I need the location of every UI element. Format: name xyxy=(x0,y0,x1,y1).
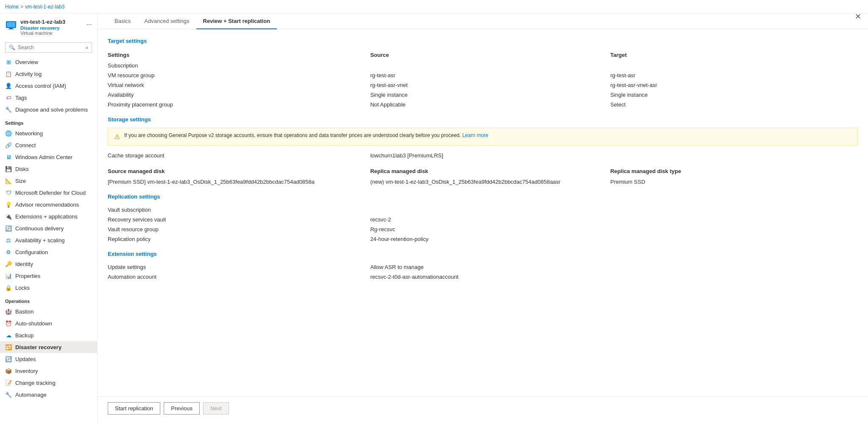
bastion-icon: 🏰 xyxy=(5,308,12,315)
sidebar-label-disks: Disks xyxy=(15,166,29,172)
updates-icon: 🔃 xyxy=(5,356,12,362)
warning-box: ⚠ If you are choosing General Purpose v2… xyxy=(108,128,858,146)
sidebar-label-identity: Identity xyxy=(15,261,33,267)
sidebar-item-size[interactable]: 📐 Size xyxy=(0,175,97,187)
sidebar-item-connect[interactable]: 🔗 Connect xyxy=(0,139,97,151)
cache-storage-value: lowchurn1lab3 [PremiumLRS] xyxy=(370,151,610,160)
learn-more-link[interactable]: Learn more xyxy=(462,132,488,138)
advisor-icon: 💡 xyxy=(5,201,12,208)
source-ppg: Not Applicable xyxy=(370,100,610,109)
iam-icon: 👤 xyxy=(5,82,12,89)
sidebar-item-backup[interactable]: ☁ Backup xyxy=(0,329,97,341)
sidebar-item-advisor[interactable]: 💡 Advisor recommendations xyxy=(0,199,97,210)
col-header-settings: Settings xyxy=(108,49,370,61)
target-subscription xyxy=(610,61,858,70)
update-settings-value: Allow ASR to manage xyxy=(370,262,858,272)
more-options-button[interactable]: ··· xyxy=(87,21,92,28)
sidebar-item-locks[interactable]: 🔒 Locks xyxy=(0,282,97,294)
source-subscription xyxy=(370,61,610,70)
tab-basics[interactable]: Basics xyxy=(108,14,137,29)
sidebar-label-disaster: Disaster recovery xyxy=(15,344,61,350)
vm-name: vm-test-1-ez-lab3 xyxy=(20,19,65,25)
update-settings-label: Update settings xyxy=(108,262,370,272)
previous-button[interactable]: Previous xyxy=(164,402,200,415)
sidebar-item-disks[interactable]: 💾 Disks xyxy=(0,163,97,175)
locks-icon: 🔒 xyxy=(5,284,12,291)
sidebar-item-defender[interactable]: 🛡 Microsoft Defender for Cloud xyxy=(0,187,97,199)
tab-advanced-settings[interactable]: Advanced settings xyxy=(137,14,196,29)
availability-icon: ⚖ xyxy=(5,237,12,244)
setting-subscription: Subscription xyxy=(108,61,370,70)
tabs-bar: Basics Advanced settings Review + Start … xyxy=(98,14,868,29)
sidebar-item-tags[interactable]: 🏷 Tags xyxy=(0,92,97,104)
sidebar-label-autoshutdown: Auto-shutdown xyxy=(15,320,52,327)
section-operations-label: Operations xyxy=(0,294,97,305)
sidebar-item-cd[interactable]: 🔄 Continuous delivery xyxy=(0,222,97,234)
breadcrumb-bar: Home > vm-test-1-ez-lab3 xyxy=(0,0,868,14)
sidebar-item-properties[interactable]: 📊 Properties xyxy=(0,270,97,282)
source-vnet: rg-test-asr-vnet xyxy=(370,80,610,90)
sidebar-item-change-tracking[interactable]: 📝 Change tracking xyxy=(0,377,97,389)
autoshutdown-icon: ⏰ xyxy=(5,320,12,327)
sidebar-label-iam: Access control (IAM) xyxy=(15,83,66,89)
sidebar-label-activity: Activity log xyxy=(15,71,42,77)
sidebar-item-bastion[interactable]: 🏰 Bastion xyxy=(0,305,97,317)
sidebar-item-disaster-recovery[interactable]: 🔁 Disaster recovery xyxy=(0,341,97,353)
sidebar-item-automanage[interactable]: 🔧 Automanage xyxy=(0,389,97,401)
sidebar-label-locks: Locks xyxy=(15,285,30,291)
overview-icon: ⊞ xyxy=(5,59,12,65)
table-row: Availability Single instance Single inst… xyxy=(108,90,858,100)
cache-storage-table: Cache storage account lowchurn1lab3 [Pre… xyxy=(108,151,858,160)
extension-table: Update settings Allow ASR to manage Auto… xyxy=(108,262,858,282)
setting-availability: Availability xyxy=(108,90,370,100)
search-box: 🔍 « xyxy=(5,42,92,53)
sidebar-item-networking[interactable]: 🌐 Networking xyxy=(0,127,97,139)
sidebar-item-inventory[interactable]: 📦 Inventory xyxy=(0,365,97,377)
sidebar-item-identity[interactable]: 🔑 Identity xyxy=(0,258,97,270)
col-header-source: Source xyxy=(370,49,610,61)
sidebar-label-automanage: Automanage xyxy=(15,392,47,398)
sidebar-item-wac[interactable]: 🖥 Windows Admin Center xyxy=(0,151,97,163)
close-button[interactable]: ✕ xyxy=(855,12,861,21)
sidebar-item-extensions[interactable]: 🔌 Extensions + applications xyxy=(0,210,97,222)
sidebar-item-iam[interactable]: 👤 Access control (IAM) xyxy=(0,80,97,92)
storage-settings-title: Storage settings xyxy=(108,116,858,123)
replication-policy-value: 24-hour-retention-policy xyxy=(370,234,858,244)
sidebar-item-config[interactable]: ⚙ Configuration xyxy=(0,246,97,258)
search-input[interactable] xyxy=(18,45,83,50)
breadcrumb-home[interactable]: Home xyxy=(5,4,19,10)
tags-icon: 🏷 xyxy=(5,94,12,101)
vault-rg-label: Vault resource group xyxy=(108,224,370,234)
sidebar-label-overview: Overview xyxy=(15,59,38,65)
vault-subscription-value xyxy=(370,205,858,215)
sidebar-label-bastion: Bastion xyxy=(15,308,33,315)
sidebar-label-tags: Tags xyxy=(15,95,27,101)
collapse-icon[interactable]: « xyxy=(86,45,88,50)
disk-source-value: [Premium SSD] vm-test-1-ez-lab3_OsDisk_1… xyxy=(108,177,370,187)
sidebar-item-activity-log[interactable]: 📋 Activity log xyxy=(0,68,97,80)
disk-col-type: Replica managed disk type xyxy=(610,165,858,177)
tab-review-start[interactable]: Review + Start replication xyxy=(196,14,277,29)
target-vnet: rg-test-asr-vnet-asr xyxy=(610,80,858,90)
changetracking-icon: 📝 xyxy=(5,379,12,386)
breadcrumb-vm[interactable]: vm-test-1-ez-lab3 xyxy=(25,4,64,10)
disk-col-replica: Replica managed disk xyxy=(370,165,610,177)
sidebar-item-autoshutdown[interactable]: ⏰ Auto-shutdown xyxy=(0,317,97,329)
cache-storage-label: Cache storage account xyxy=(108,151,370,160)
size-icon: 📐 xyxy=(5,177,12,184)
vault-rg-value: Rg-recsvc xyxy=(370,224,858,234)
sidebar-item-updates[interactable]: 🔃 Updates xyxy=(0,353,97,365)
sidebar-label-inventory: Inventory xyxy=(15,368,38,374)
disk-table: Source managed disk Replica managed disk… xyxy=(108,165,858,187)
automanage-icon: 🔧 xyxy=(5,391,12,398)
sidebar-item-availability[interactable]: ⚖ Availability + scaling xyxy=(0,234,97,246)
table-row: Vault resource group Rg-recsvc xyxy=(108,224,858,234)
sidebar-scroll: ⊞ Overview 📋 Activity log 👤 Access contr… xyxy=(0,56,97,423)
disk-col-source: Source managed disk xyxy=(108,165,370,177)
sidebar-item-overview[interactable]: ⊞ Overview xyxy=(0,56,97,68)
start-replication-button[interactable]: Start replication xyxy=(108,402,160,415)
svg-rect-1 xyxy=(7,22,15,27)
recovery-vault-value: recsvc-2 xyxy=(370,215,858,224)
sidebar-item-diagnose[interactable]: 🔧 Diagnose and solve problems xyxy=(0,104,97,115)
table-row: Recovery services vault recsvc-2 xyxy=(108,215,858,224)
